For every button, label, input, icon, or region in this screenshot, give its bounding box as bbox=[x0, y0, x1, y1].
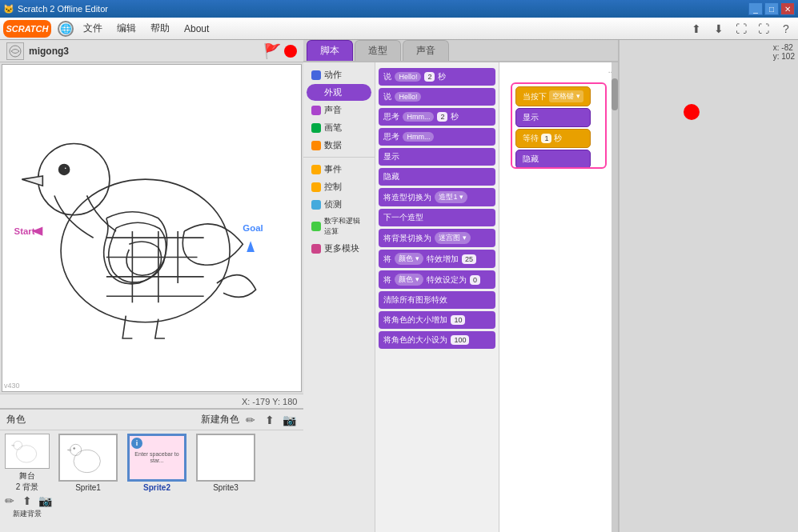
block-think-hmm-secs[interactable]: 思考 Hmm... 2 秒 bbox=[379, 108, 495, 126]
block-size-set[interactable]: 将角色的大小设为 100 bbox=[379, 331, 495, 349]
category-pen[interactable]: 画笔 bbox=[307, 119, 371, 136]
block-size-add[interactable]: 将角色的大小增加 10 bbox=[379, 311, 495, 329]
sprite-item-2[interactable]: i Enter spacebar to star... Sprite2 bbox=[125, 434, 189, 492]
stage-canvas[interactable]: Start Goal v430 bbox=[2, 64, 302, 392]
scrollbar-thumb[interactable] bbox=[612, 78, 618, 110]
block-say-hello-secs[interactable]: 说 Hello! 2 秒 bbox=[379, 68, 495, 86]
block-effect-add[interactable]: 将 颜色 ▾ 特效增加 25 bbox=[379, 250, 495, 268]
category-sound[interactable]: 声音 bbox=[307, 102, 371, 118]
tab-costumes[interactable]: 造型 bbox=[355, 40, 401, 61]
category-motion[interactable]: 动作 bbox=[307, 66, 371, 83]
block-clear-effects[interactable]: 清除所有图形特效 bbox=[379, 291, 495, 309]
category-events[interactable]: 事件 bbox=[307, 161, 371, 178]
help-icon[interactable]: ? bbox=[777, 20, 795, 38]
display-canvas[interactable]: x: -82 y: 102 bbox=[620, 40, 798, 532]
category-appearance[interactable]: 外观 bbox=[307, 84, 371, 101]
fullscreen-icon[interactable]: ⛶ bbox=[732, 20, 750, 38]
minimize-button[interactable]: _ bbox=[748, 2, 763, 15]
block-show[interactable]: 显示 bbox=[379, 148, 495, 166]
tab-sounds[interactable]: 声音 bbox=[403, 40, 449, 61]
sprite3-thumbnail[interactable] bbox=[196, 434, 255, 482]
menu-edit[interactable]: 编辑 bbox=[110, 20, 142, 37]
block-oval-color1[interactable]: 颜色 ▾ bbox=[395, 253, 423, 265]
block-num-2b: 2 bbox=[437, 112, 447, 122]
new-backdrop-upload-button[interactable]: ⬆ bbox=[19, 493, 35, 509]
menu-help[interactable]: 帮助 bbox=[144, 20, 176, 37]
upload-icon[interactable]: ⬆ bbox=[688, 20, 705, 38]
category-operators[interactable]: 数字和逻辑运算 bbox=[307, 214, 371, 239]
new-backdrop-paint-button[interactable]: ✏ bbox=[2, 493, 18, 509]
block-oval-hello2: Hello! bbox=[395, 92, 421, 102]
download-icon[interactable]: ⬇ bbox=[710, 20, 728, 38]
stage-area: migong3 🚩 bbox=[0, 40, 303, 532]
share-icon[interactable]: ⛶ bbox=[755, 20, 772, 38]
sprite2-thumbnail[interactable]: i Enter spacebar to star... bbox=[127, 434, 186, 482]
canvas-block-keypress[interactable]: 当按下 空格键 ▾ bbox=[515, 86, 591, 106]
sprite-item-1[interactable]: Sprite1 bbox=[56, 434, 120, 492]
block-num-2: 2 bbox=[424, 72, 435, 82]
block-oval-hello1: Hello! bbox=[395, 72, 421, 82]
block-switch-costume[interactable]: 将造型切换为 造型1 ▾ bbox=[379, 188, 495, 206]
svg-point-1 bbox=[61, 179, 230, 322]
svg-point-4 bbox=[64, 167, 66, 170]
sensing-color bbox=[311, 200, 321, 210]
category-control[interactable]: 控制 bbox=[307, 178, 371, 195]
block-say-hello[interactable]: 说 Hello! bbox=[379, 88, 495, 106]
block-think-hmm[interactable]: 思考 Hmm... bbox=[379, 128, 495, 146]
scripts-content: 动作 外观 声音 画笔 数据 bbox=[303, 62, 618, 532]
upload-sprite-button[interactable]: ⬆ bbox=[262, 412, 278, 428]
motion-color bbox=[311, 70, 321, 80]
script-block-group: 当按下 空格键 ▾ 显示 等待 1 秒 隐藏 bbox=[515, 86, 591, 169]
stage-coordinates: X: -179 Y: 180 bbox=[0, 394, 303, 408]
block-hide[interactable]: 隐藏 bbox=[379, 168, 495, 186]
stage-controls: 🚩 bbox=[263, 42, 297, 60]
sprite-name: migong3 bbox=[29, 46, 69, 57]
svg-point-20 bbox=[74, 447, 75, 449]
block-dropdown-costume[interactable]: 造型1 ▾ bbox=[435, 191, 467, 203]
new-backdrop-camera-button[interactable]: 📷 bbox=[37, 493, 53, 509]
data-color bbox=[311, 141, 321, 150]
events-color bbox=[311, 165, 321, 174]
language-globe-icon[interactable]: 🌐 bbox=[58, 21, 74, 37]
app-title: Scratch 2 Offline Editor bbox=[18, 4, 108, 14]
sprite2-name: Sprite2 bbox=[143, 483, 170, 492]
sprite2-info-icon[interactable]: i bbox=[131, 438, 142, 449]
display-xy-coords: x: -82 y: 102 bbox=[773, 43, 795, 61]
sprites-label: 角色 bbox=[6, 413, 26, 426]
maximize-button[interactable]: □ bbox=[764, 2, 779, 15]
paint-sprite-button[interactable]: ✏ bbox=[243, 412, 259, 428]
camera-sprite-button[interactable]: 📷 bbox=[281, 412, 297, 428]
stage-thumb-preview[interactable] bbox=[5, 434, 50, 469]
sprite2-preview-text: Enter spacebar to star... bbox=[130, 450, 184, 466]
more-color bbox=[311, 244, 321, 254]
keypress-dropdown[interactable]: 空格键 ▾ bbox=[549, 90, 583, 102]
tab-scripts[interactable]: 脚本 bbox=[307, 40, 353, 61]
block-next-costume[interactable]: 下一个造型 bbox=[379, 209, 495, 226]
vertical-scrollbar[interactable] bbox=[612, 62, 618, 532]
menu-file[interactable]: 文件 bbox=[77, 20, 109, 37]
block-dropdown-backdrop[interactable]: 迷宫图 ▾ bbox=[435, 232, 471, 244]
sprite-item-3[interactable]: Sprite3 bbox=[194, 434, 258, 492]
green-flag-button[interactable]: 🚩 bbox=[263, 42, 281, 60]
category-sensing[interactable]: 侦测 bbox=[307, 196, 371, 213]
close-button[interactable]: ✕ bbox=[780, 2, 795, 15]
svg-point-17 bbox=[14, 441, 22, 450]
category-more[interactable]: 更多模块 bbox=[307, 240, 371, 257]
block-effect-set[interactable]: 将 颜色 ▾ 特效设定为 0 bbox=[379, 270, 495, 289]
canvas-block-hide[interactable]: 隐藏 bbox=[515, 150, 591, 169]
block-switch-backdrop[interactable]: 将背景切换为 迷宫图 ▾ bbox=[379, 229, 495, 247]
block-num-10: 10 bbox=[451, 315, 465, 325]
block-oval-color2[interactable]: 颜色 ▾ bbox=[395, 274, 423, 286]
svg-point-16 bbox=[16, 446, 36, 462]
block-num-0: 0 bbox=[470, 275, 480, 285]
script-canvas[interactable]: ... 当按下 空格键 ▾ 显示 等待 1 秒 bbox=[499, 62, 618, 532]
wait-num[interactable]: 1 bbox=[541, 134, 551, 143]
canvas-block-wait[interactable]: 等待 1 秒 bbox=[515, 129, 591, 148]
sprite1-thumbnail[interactable] bbox=[58, 434, 118, 482]
stop-button[interactable] bbox=[284, 45, 297, 58]
scripts-tabs: 脚本 造型 声音 bbox=[303, 40, 618, 62]
canvas-block-show[interactable]: 显示 bbox=[515, 108, 591, 127]
category-data[interactable]: 数据 bbox=[307, 137, 371, 154]
menu-about[interactable]: About bbox=[178, 22, 215, 36]
display-area: x: -82 y: 102 bbox=[618, 40, 798, 532]
